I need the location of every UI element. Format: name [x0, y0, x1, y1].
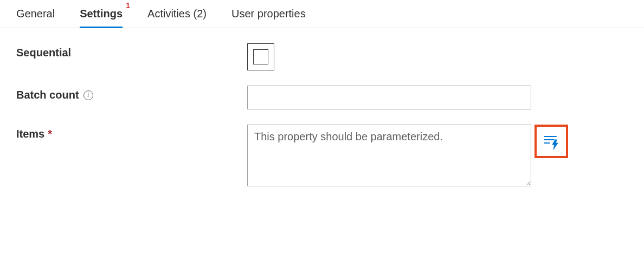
tab-settings-badge: 1 [126, 1, 130, 10]
tab-settings[interactable]: Settings 1 [80, 0, 123, 28]
label-items: Items [16, 128, 44, 140]
tab-general[interactable]: General [16, 0, 55, 28]
row-sequential: Sequential [16, 43, 628, 70]
label-batch-count: Batch count [16, 89, 79, 101]
batch-count-input[interactable] [247, 86, 531, 109]
settings-form: Sequential Batch count i Items * [0, 28, 644, 217]
tab-bar: General Settings 1 Activities (2) User p… [0, 0, 644, 28]
checkbox-icon [253, 49, 268, 64]
row-batch-count: Batch count i [16, 86, 628, 109]
tab-user-properties[interactable]: User properties [231, 0, 306, 28]
label-sequential: Sequential [16, 43, 247, 59]
required-asterisk: * [48, 128, 52, 140]
tab-settings-label: Settings [80, 8, 123, 20]
dynamic-content-icon [542, 132, 561, 151]
row-items: Items * [16, 125, 628, 186]
items-textarea[interactable] [247, 125, 531, 186]
tab-activities[interactable]: Activities (2) [147, 0, 207, 28]
add-dynamic-content-button[interactable] [534, 125, 568, 158]
sequential-checkbox[interactable] [247, 43, 274, 70]
info-icon[interactable]: i [83, 90, 93, 100]
